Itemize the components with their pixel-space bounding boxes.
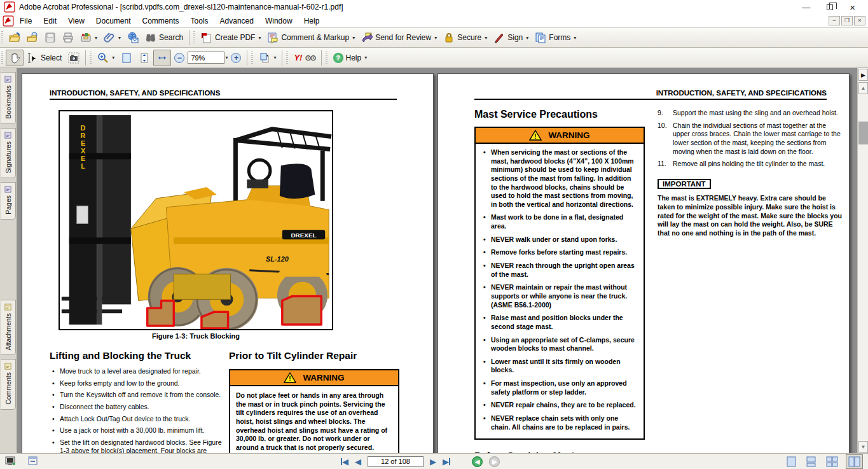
pdf-page-right: INTRODUCTION, SAFETY, AND SPECIFICATIONS… [437, 73, 850, 453]
next-page-button[interactable]: ▶ [430, 457, 436, 466]
restore-button[interactable] [827, 4, 833, 10]
toolbar-grip[interactable] [193, 31, 195, 44]
next-view-button[interactable]: ▶ [489, 456, 500, 467]
scroll-up-button[interactable]: ▲ [858, 82, 868, 94]
toolbar-grip[interactable] [1, 31, 3, 44]
collapsed-window-icon[interactable] [28, 456, 38, 466]
secure-button[interactable]: Secure ▾ [440, 29, 490, 46]
doc-restore-button[interactable]: ❐ [841, 16, 853, 25]
fit-page-button[interactable] [118, 50, 135, 66]
hand-tool-button[interactable] [6, 50, 24, 66]
toolbar-grip[interactable] [90, 52, 92, 64]
forms-button[interactable]: Forms ▾ [532, 29, 579, 46]
sidebar-tab-label: Attachments [4, 313, 12, 350]
scroll-down-button[interactable]: ▼ [858, 441, 868, 453]
pages-icon [259, 52, 270, 64]
yahoo-search-button[interactable]: Y! ⊙⊙ [291, 50, 318, 65]
page-navigation: ◀ ◀ ▶ ▶ ◀ ▶ [341, 456, 500, 467]
forms-dropdown[interactable]: ▾ [574, 35, 576, 41]
save-button[interactable] [41, 29, 59, 46]
single-page-button[interactable] [784, 454, 799, 469]
menu-item[interactable]: Comments [137, 15, 185, 27]
mast-steps-9-11: 9. Support the mast using the sling and … [658, 109, 842, 169]
create-pdf-dropdown[interactable]: ▾ [258, 35, 261, 41]
organizer-button[interactable]: ▾ [77, 29, 100, 46]
last-page-icon: ▶ [443, 457, 449, 466]
sidebar-tab[interactable]: Signatures [1, 128, 16, 178]
vertical-scrollbar[interactable]: ▶ ▲ ▼ [857, 68, 868, 453]
sign-dropdown[interactable]: ▾ [526, 35, 528, 41]
rotate-pages-button[interactable]: ▾ [256, 50, 279, 66]
sidebar-tab-label: Comments [4, 372, 12, 405]
pane-toggle-button[interactable]: ▶ [858, 69, 868, 81]
first-page-button[interactable]: ◀ [341, 457, 348, 466]
send-for-review-button[interactable]: Send for Review ▾ [358, 29, 440, 46]
rotate-pages-dropdown[interactable]: ▾ [273, 55, 276, 60]
sidebar-tab[interactable]: Pages [1, 182, 16, 220]
open-web-button[interactable] [24, 29, 41, 46]
menu-item[interactable]: Advanced [214, 15, 259, 27]
facing-button[interactable] [846, 454, 863, 469]
toolbar-grip[interactable] [286, 52, 288, 64]
menu-item[interactable]: Help [298, 15, 326, 27]
document-canvas[interactable]: INTRODUCTION, SAFETY, AND SPECIFICATIONS [17, 68, 857, 453]
zoom-tool-button[interactable]: ▾ [94, 50, 118, 66]
sidebar-tab[interactable]: Comments [1, 359, 16, 410]
list-item: Remove forks before starting mast repair… [481, 248, 638, 257]
list-item: 9. Support the mast using the sling and … [658, 109, 842, 118]
menu-item[interactable]: Tools [185, 15, 214, 27]
last-page-button[interactable]: ▶ [443, 457, 450, 466]
sidebar-tab[interactable]: Attachments [1, 300, 16, 355]
doc-close-button[interactable]: × [854, 16, 865, 25]
scrollbar-thumb[interactable] [858, 122, 868, 144]
snapshot-button[interactable] [65, 50, 83, 66]
attach-button[interactable]: ▾ [100, 29, 124, 46]
menu-item[interactable]: Window [259, 15, 298, 27]
search-button[interactable]: Search [142, 29, 186, 46]
list-item: Move truck to a level area designated fo… [50, 367, 229, 376]
screen-mode-icon[interactable] [5, 456, 17, 466]
fit-width-button[interactable] [153, 50, 171, 66]
menu-item[interactable]: File [14, 15, 38, 27]
step-text: Remove all pins holding the tilt cylinde… [673, 160, 842, 169]
view-toolbar: Select ▾ − ▾ + ▾ Y! ⊙⊙ ? Help ▾ [0, 48, 868, 68]
page-indicator-input[interactable] [368, 456, 424, 467]
fit-height-button[interactable] [135, 50, 153, 66]
create-pdf-button[interactable]: Create PDF ▾ [198, 29, 264, 46]
sidebar-tab[interactable]: Bookmarks [1, 72, 16, 124]
next-page-icon: ▶ [430, 457, 436, 466]
print-button[interactable] [59, 29, 77, 46]
document-pdf-icon [3, 15, 14, 27]
menu-item[interactable]: View [62, 15, 90, 27]
zoom-level-input[interactable] [188, 52, 224, 64]
menu-item[interactable]: Document [90, 15, 137, 27]
close-button[interactable]: × [850, 2, 855, 13]
email-button[interactable] [124, 29, 142, 46]
toolbar-grip[interactable] [326, 52, 327, 64]
continuous-button[interactable] [804, 454, 818, 469]
send-for-review-dropdown[interactable]: ▾ [434, 35, 437, 41]
menu-item[interactable]: Edit [38, 15, 62, 27]
minimize-button[interactable]: — [802, 3, 810, 12]
open-button[interactable] [6, 29, 24, 46]
sign-button[interactable]: Sign ▾ [490, 29, 532, 46]
select-tool-button[interactable]: Select [24, 50, 65, 66]
help-dropdown[interactable]: ▾ [364, 55, 367, 60]
toolbar-grip[interactable] [1, 52, 3, 64]
toolbar-grip[interactable] [251, 52, 253, 64]
zoom-out-button[interactable]: − [171, 50, 188, 66]
list-item: NEVER repair chains, they are to be repl… [481, 401, 638, 410]
comment-markup-dropdown[interactable]: ▾ [352, 35, 355, 41]
secure-dropdown[interactable]: ▾ [485, 35, 487, 41]
list-item: NEVER walk under or stand upon forks. [481, 235, 638, 244]
zoom-in-button[interactable]: + [228, 50, 244, 66]
doc-minimize-button[interactable]: – [829, 16, 840, 25]
zoom-tool-dropdown[interactable]: ▾ [112, 55, 114, 60]
continuous-facing-button[interactable] [823, 454, 841, 469]
previous-page-button[interactable]: ◀ [355, 457, 361, 466]
attach-dropdown[interactable]: ▾ [118, 35, 121, 41]
comment-markup-button[interactable]: Comment & Markup ▾ [264, 29, 358, 46]
previous-view-button[interactable]: ◀ [472, 456, 483, 467]
organizer-dropdown[interactable]: ▾ [95, 35, 97, 41]
help-button[interactable]: ? Help ▾ [330, 50, 371, 66]
